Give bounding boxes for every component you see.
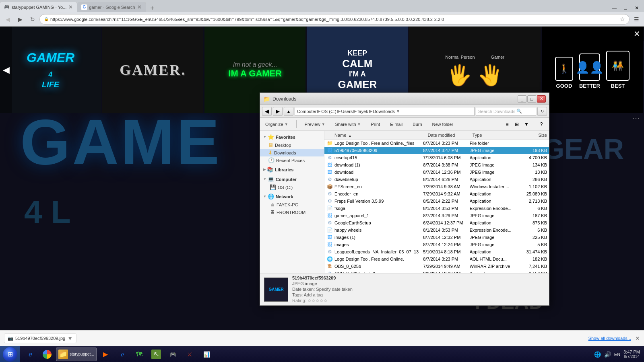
breadcrumb-fayek[interactable]: fayek	[357, 109, 368, 114]
explorer-back[interactable]: ◀	[262, 107, 272, 116]
file-row[interactable]: 🖼 images (1) 8/7/2014 12:32 PM JPEG imag…	[324, 234, 549, 241]
bookmark-star[interactable]: ☆	[620, 16, 625, 23]
tab-1[interactable]: 🎮 starypuppet GAMING - Yo... ✕	[0, 2, 77, 12]
reload-button[interactable]: ↻	[27, 14, 38, 25]
col-size-header[interactable]: Size	[517, 133, 547, 138]
file-row[interactable]: ⚙ Fraps Full Version 3.5.99 8/5/2014 2:2…	[324, 197, 549, 205]
settings-button[interactable]: ☰	[631, 14, 642, 25]
share-with-button[interactable]: Share with ▼	[333, 121, 363, 128]
back-button[interactable]: ◀	[2, 14, 13, 25]
breadcrumb-bar[interactable]: Computer ▶ OS (C:) ▶ Users ▶ fayek ▶ Dow…	[295, 107, 475, 116]
sidebar-item-frontroom[interactable]: 🖥 FRONTROOM	[260, 208, 324, 216]
file-row[interactable]: 📦 EEScreen_en 7/29/2014 9:38 AM Windows …	[324, 183, 549, 190]
explorer-search[interactable]: Search Downloads 🔍	[476, 107, 536, 116]
taskbar-app3[interactable]: 📊	[199, 348, 215, 361]
new-folder-button[interactable]: New folder	[430, 121, 456, 128]
file-row[interactable]: 🖼 download 8/7/2014 12:36 PM JPEG image …	[324, 169, 549, 176]
favorites-header[interactable]: ▼ ⭐ Favorites	[260, 133, 324, 141]
file-row[interactable]: ⚙ Encoder_en 7/29/2014 9:32 AM Applicati…	[324, 190, 549, 197]
tray-volume-icon[interactable]: 🔊	[604, 351, 611, 358]
breadcrumb-computer[interactable]: Computer	[297, 109, 316, 114]
file-row[interactable]: 🌐 Logo Design Tool. Free and Online. 8/7…	[324, 255, 549, 263]
network-label: Network	[276, 194, 293, 199]
libraries-header[interactable]: ▶ 📚 Libraries	[260, 165, 324, 174]
col-name-header[interactable]: Name ▲	[326, 133, 428, 138]
breadcrumb-users[interactable]: Users	[341, 109, 353, 114]
image-close-button[interactable]: ✕	[630, 27, 644, 41]
help-button[interactable]: ?	[537, 120, 546, 128]
breadcrumb-osc[interactable]: OS (C:)	[321, 109, 336, 114]
explorer-minimize[interactable]: _	[518, 95, 526, 103]
maximize-button[interactable]: □	[620, 4, 631, 12]
email-button[interactable]: E-mail	[388, 121, 405, 128]
explorer-forward[interactable]: ▶	[273, 107, 283, 116]
print-button[interactable]: Print	[369, 121, 382, 128]
preview-button[interactable]: Preview ▼	[303, 121, 327, 128]
breadcrumb-downloads[interactable]: Downloads	[373, 109, 395, 114]
start-button[interactable]: ⊞	[0, 346, 20, 362]
taskbar-map[interactable]: 🗺	[131, 348, 147, 361]
taskbar-minecraft[interactable]: ⛏	[148, 348, 164, 361]
explorer-refresh[interactable]: ↻	[537, 107, 547, 116]
minimize-button[interactable]: —	[609, 4, 619, 12]
taskbar-explorer[interactable]: 📁 starypuppet...	[56, 348, 97, 361]
sidebar-item-fayek-pc[interactable]: 🖥 FAYEK-PC	[260, 201, 324, 208]
view-list-button[interactable]: ≡	[503, 120, 512, 128]
explorer-up[interactable]: ▲	[284, 107, 293, 116]
taskbar-ie[interactable]: ℯ	[22, 348, 38, 361]
tray-network-icon[interactable]: 🌐	[594, 351, 601, 358]
col-date-header[interactable]: Date modified	[428, 133, 473, 138]
image-cell-2[interactable]: GAMER.	[102, 27, 204, 113]
tray-clock[interactable]: 3:47 PM 8/7/2014	[623, 350, 640, 359]
sidebar-item-osc[interactable]: 💾 OS (C:)	[260, 183, 324, 191]
dl-item-arrow[interactable]: ▼	[67, 335, 73, 341]
file-row[interactable]: 📄 fsdga 8/1/2014 3:53 PM Expression Enco…	[324, 205, 549, 212]
prev-image-button[interactable]: ◀	[0, 27, 12, 113]
view-grid-button[interactable]: ⊞	[512, 120, 521, 128]
taskbar-app1[interactable]: 🎮	[165, 348, 181, 361]
file-row[interactable]: 🖼 519b4970ecf5963209 8/7/2014 3:47 PM JP…	[324, 147, 549, 154]
tray-language[interactable]: EN	[614, 352, 620, 357]
file-row[interactable]: 🖼 gamer_apparel_1 8/7/2014 3:29 PM JPEG …	[324, 212, 549, 219]
download-item[interactable]: 📷 519b4970ecf5963209.jpg ▼	[4, 333, 76, 343]
sidebar-item-desktop[interactable]: 🖥 Desktop	[260, 141, 324, 149]
file-row[interactable]: 📁 Logo Design Tool. Free and Online._fil…	[324, 140, 549, 147]
tab2-close[interactable]: ✕	[137, 4, 142, 10]
computer-header[interactable]: ▼ 💻 Computer	[260, 175, 324, 183]
file-date: 8/7/2014 12:32 PM	[423, 235, 469, 240]
taskbar-app2[interactable]: ⚔	[182, 348, 198, 361]
file-row[interactable]: 🗜 OBS_0_625b 7/29/2014 9:49 AM WinRAR ZI…	[324, 263, 549, 270]
burn-button[interactable]: Burn	[411, 121, 424, 128]
col-type-header[interactable]: Type	[473, 133, 517, 138]
view-options-button[interactable]: ▼	[522, 120, 531, 128]
file-row[interactable]: ⚙ dxwebsetup 8/1/2014 6:26 PM Applicatio…	[324, 176, 549, 183]
taskbar-media[interactable]: ▶	[97, 348, 114, 361]
file-row[interactable]: ⚙ ccsetup415 7/13/2014 6:08 PM Applicati…	[324, 154, 549, 161]
address-bar[interactable]: 🔒 https://www.google.com/search?rlz=1C1G…	[39, 14, 630, 25]
image-cell-6[interactable]: 🚶 GOOD 👤👤 BETTER 🧑‍🤝‍🧑 BEST	[542, 27, 644, 113]
forward-button[interactable]: ▶	[14, 14, 26, 25]
file-row[interactable]: ⚙ LeagueofLegends_NA_Installer_05_07_13 …	[324, 248, 549, 255]
file-row[interactable]: 🖼 images 8/7/2014 12:24 PM JPEG image 5 …	[324, 241, 549, 248]
taskbar-chrome[interactable]	[39, 348, 55, 361]
more-options-button[interactable]: ⋯	[632, 113, 640, 123]
file-row[interactable]: ⚙ OBS_0_625b_Installer 8/6/2014 12:06 PM…	[324, 270, 549, 273]
image-cell-1[interactable]: GAMER4LIFE	[0, 27, 102, 113]
file-row[interactable]: 🖼 download (1) 8/7/2014 3:38 PM JPEG ima…	[324, 161, 549, 169]
new-tab-button[interactable]: +	[147, 4, 157, 12]
network-header[interactable]: ▼ 🌐 Network	[260, 192, 324, 201]
file-row[interactable]: 📄 happy wheels 8/1/2014 3:53 PM Expressi…	[324, 226, 549, 234]
close-button[interactable]: ✕	[632, 4, 642, 12]
explorer-close[interactable]: ✕	[537, 95, 546, 103]
taskbar-ie2[interactable]: ℯ	[114, 348, 130, 361]
dl-close[interactable]: ✕	[635, 335, 640, 341]
show-all-downloads[interactable]: Show all downloads...	[588, 336, 631, 341]
tab-2[interactable]: G gamer - Google Search ✕	[77, 2, 146, 12]
breadcrumb-arrow[interactable]: ▼	[396, 109, 400, 113]
explorer-maximize[interactable]: □	[527, 95, 536, 103]
organize-button[interactable]: Organize ▼	[263, 121, 290, 128]
sidebar-item-recent[interactable]: 🕐 Recent Places	[260, 156, 324, 164]
file-row[interactable]: ⚙ GoogleEarthSetup 6/24/2014 12:37 PM Ap…	[324, 219, 549, 226]
tab1-close[interactable]: ✕	[68, 4, 73, 10]
sidebar-item-downloads[interactable]: ⬇ Downloads	[260, 149, 324, 156]
